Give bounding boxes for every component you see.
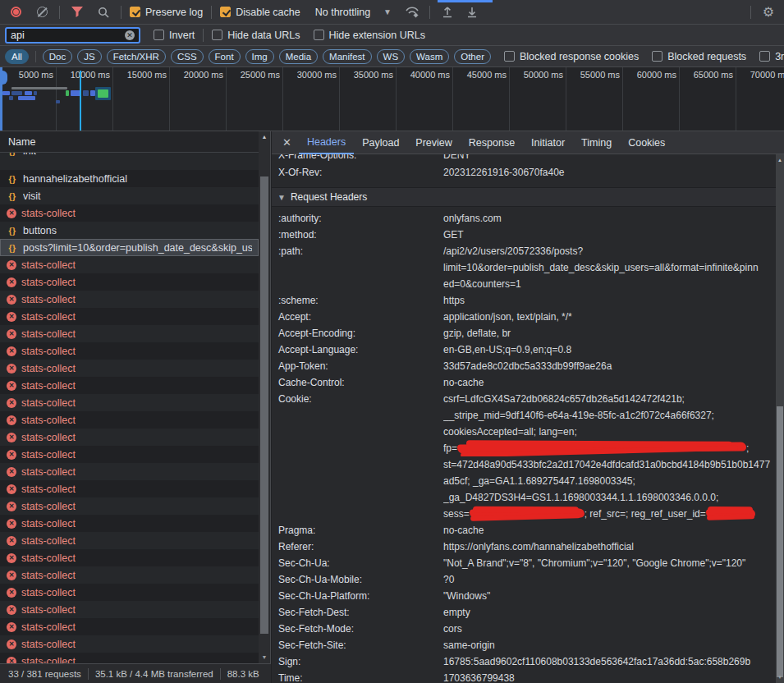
request-row[interactable]: ✕ stats-collect [0, 532, 259, 549]
request-row[interactable]: ✕ stats-collect [0, 549, 259, 566]
request-row[interactable]: ✕ stats-collect [0, 601, 259, 618]
filter-pill-css[interactable]: CSS [171, 49, 204, 64]
header-row: :scheme: https [272, 292, 776, 309]
filter-pill-fetch-xhr[interactable]: Fetch/XHR [107, 49, 166, 64]
domcontentloaded-marker-line [80, 71, 81, 131]
filter-input[interactable]: api ✕ [5, 27, 140, 44]
tab-preview[interactable]: Preview [407, 131, 460, 154]
scroll-up-icon[interactable]: ▲ [259, 133, 270, 141]
tab-initiator[interactable]: Initiator [523, 131, 573, 154]
request-row[interactable]: ✕ stats-collect [0, 497, 259, 515]
file-type-icon: {} [7, 174, 18, 184]
request-row[interactable]: ✕ stats-collect [0, 463, 259, 480]
filter-pill-other[interactable]: Other [454, 49, 491, 64]
preserve-log-checkbox[interactable] [130, 7, 140, 17]
request-row[interactable]: ✕ stats-collect [0, 653, 259, 663]
filter-pill-doc[interactable]: Doc [43, 49, 72, 64]
request-row[interactable]: ✕ stats-collect [0, 446, 259, 463]
request-row[interactable]: ✕ stats-collect [0, 360, 259, 377]
request-row[interactable]: ✕ stats-collect [0, 377, 259, 394]
header-value: no-cache [443, 522, 776, 539]
request-row[interactable]: ✕ stats-collect [0, 291, 259, 308]
header-row: sess=; ref_src=; reg_ref_user_id= [272, 506, 776, 522]
settings-gear-icon[interactable]: ⚙ [759, 3, 777, 21]
request-row[interactable]: ✕ stats-collect [0, 566, 259, 584]
chevron-down-icon[interactable]: ▼ [383, 7, 392, 16]
throttling-select[interactable]: No throttling [315, 7, 370, 18]
header-value: https [443, 292, 776, 309]
tab-payload[interactable]: Payload [354, 131, 407, 154]
overview-brush-handle[interactable] [0, 71, 7, 85]
header-name: X-Of-Rev: [278, 164, 443, 181]
timeline-overview[interactable]: 5000 ms10000 ms15000 ms20000 ms25000 ms3… [0, 67, 784, 131]
tab-timing[interactable]: Timing [573, 131, 620, 154]
request-headers-section-header[interactable]: ▼Request Headers [272, 187, 776, 207]
request-row[interactable]: ✕ stats-collect [0, 256, 259, 273]
name-column-header[interactable]: Name [0, 131, 270, 153]
scroll-up-icon[interactable]: ▲ [776, 156, 784, 164]
request-row[interactable]: ✕ stats-collect [0, 480, 259, 497]
header-value: same-origin [443, 637, 776, 653]
header-name [278, 506, 443, 522]
tab-cookies[interactable]: Cookies [620, 131, 673, 154]
header-name: Referer: [278, 539, 443, 555]
request-row[interactable]: {} hannahelizabethofficial [0, 170, 259, 187]
request-row[interactable]: ✕ stats-collect [0, 635, 259, 653]
request-row[interactable]: {} buttons [0, 222, 259, 239]
third-party-requests-checkbox[interactable] [759, 51, 770, 62]
header-value: ?0 [443, 571, 776, 588]
scrollbar-thumb[interactable] [777, 406, 783, 677]
request-row[interactable]: {} visit [0, 187, 259, 204]
request-row[interactable]: ✕ stats-collect [0, 273, 259, 291]
header-name [278, 489, 443, 506]
request-row[interactable]: ✕ stats-collect [0, 411, 259, 429]
tab-response[interactable]: Response [461, 131, 523, 154]
file-type-icon: ✕ [7, 381, 16, 391]
invert-checkbox[interactable] [154, 30, 164, 40]
scrollbar-thumb[interactable] [260, 176, 268, 634]
record-button[interactable] [7, 3, 25, 21]
close-icon[interactable]: ✕ [275, 136, 299, 149]
details-scrollbar[interactable]: ▲ ▼ [776, 154, 784, 683]
disable-cache-checkbox[interactable] [220, 7, 231, 17]
headers-content: X-Frame-Options: DENY X-Of-Rev: 20231226… [272, 154, 776, 683]
clear-filter-icon[interactable]: ✕ [125, 30, 135, 40]
header-value: st=472d48a90d5433bfc2a2d17042e4dfdcafd31… [443, 456, 776, 473]
blocked-requests-checkbox[interactable] [652, 51, 663, 62]
hide-data-urls-checkbox[interactable] [212, 30, 222, 40]
header-row: Sec-Fetch-Dest: empty [272, 604, 776, 621]
network-conditions-icon[interactable] [403, 3, 421, 21]
search-icon[interactable] [94, 3, 112, 21]
request-row[interactable]: ✕ stats-collect [0, 342, 259, 360]
import-har-icon[interactable] [438, 3, 456, 21]
request-name: stats-collect [21, 259, 76, 271]
filter-pill-wasm[interactable]: Wasm [410, 49, 449, 64]
clear-button[interactable] [33, 3, 51, 21]
blocked-response-cookies-checkbox[interactable] [504, 51, 515, 62]
request-row[interactable]: {} init [0, 153, 259, 170]
scroll-down-icon[interactable]: ▼ [776, 673, 784, 681]
export-har-icon[interactable] [463, 3, 481, 21]
filter-pill-js[interactable]: JS [77, 49, 101, 64]
filter-pill-img[interactable]: Img [245, 49, 274, 64]
filter-pill-media[interactable]: Media [279, 49, 318, 64]
request-row[interactable]: ✕ stats-collect [0, 429, 259, 446]
request-list-scrollbar[interactable]: ▲ ▼ [259, 131, 270, 663]
request-row[interactable]: ✕ stats-collect [0, 515, 259, 532]
tab-headers[interactable]: Headers [299, 131, 354, 154]
request-row[interactable]: ✕ stats-collect [0, 325, 259, 342]
filter-pill-font[interactable]: Font [209, 49, 241, 64]
scroll-down-icon[interactable]: ▼ [259, 653, 270, 662]
request-row[interactable]: ✕ stats-collect [0, 204, 259, 222]
redaction-scribble [706, 509, 755, 519]
hide-extension-urls-checkbox[interactable] [314, 30, 324, 40]
request-row[interactable]: ✕ stats-collect [0, 618, 259, 635]
request-row[interactable]: ✕ stats-collect [0, 584, 259, 601]
request-row[interactable]: ✕ stats-collect [0, 308, 259, 325]
filter-pill-manifest[interactable]: Manifest [323, 49, 371, 64]
request-row[interactable]: {} posts?limit=10&order=publish_date_des… [0, 239, 259, 256]
filter-icon[interactable] [68, 3, 86, 21]
request-row[interactable]: ✕ stats-collect [0, 394, 259, 411]
filter-pill-all[interactable]: All [5, 49, 29, 64]
filter-pill-ws[interactable]: WS [377, 49, 406, 64]
